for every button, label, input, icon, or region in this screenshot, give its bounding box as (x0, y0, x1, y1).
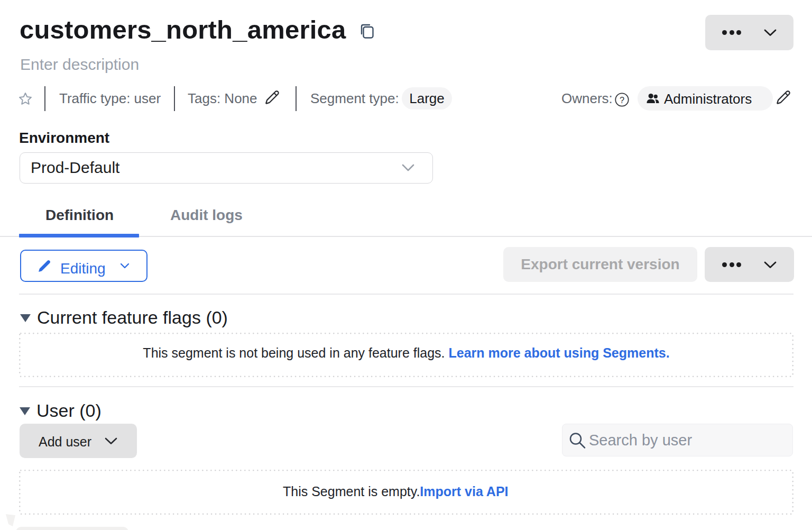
svg-text:?: ? (620, 95, 624, 105)
